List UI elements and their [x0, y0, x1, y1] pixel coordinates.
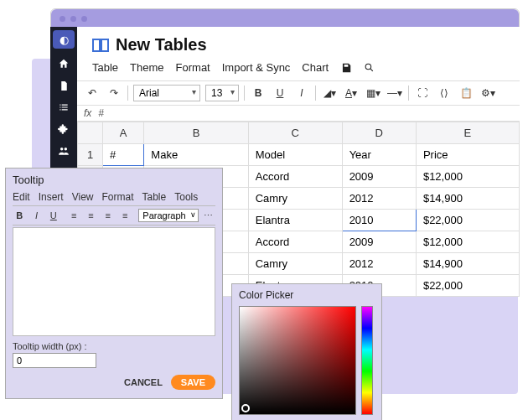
cell[interactable]: $12,000 [416, 231, 519, 253]
page-title: New Tables [116, 35, 207, 54]
tt-menu-table[interactable]: Table [142, 191, 167, 203]
tooltip-menubar: Edit Insert View Format Table Tools [13, 191, 215, 206]
cell[interactable]: $22,000 [416, 210, 519, 231]
tt-menu-view[interactable]: View [72, 191, 94, 203]
cell[interactable]: 2009 [342, 231, 416, 253]
fx-label: fx [84, 107, 91, 119]
tt-align-justify-icon[interactable]: ≡ [118, 209, 132, 222]
col-header[interactable]: A [103, 122, 144, 144]
clipboard-icon[interactable]: 📋 [458, 86, 474, 101]
table-icon [92, 39, 109, 52]
cell[interactable]: $14,900 [416, 188, 519, 210]
format-toolbar: ↶ ↷ Arial 13 B U I ◢▾ A▾ ▦▾ —▾ ⛶ ⟨⟩ 📋 ⚙▾ [77, 80, 520, 106]
tooltip-toolbar: B I U ≡ ≡ ≡ ≡ Paragraph ⋯ [13, 206, 215, 226]
cell[interactable]: Make [144, 144, 248, 166]
cell[interactable]: Accord [248, 231, 342, 253]
window-dot [70, 16, 76, 22]
window-dot [60, 16, 65, 22]
cell[interactable]: Price [416, 144, 519, 166]
cell[interactable]: Camry [248, 253, 342, 275]
cell[interactable]: Camry [248, 188, 342, 210]
color-saturation-field[interactable] [239, 306, 356, 415]
cell[interactable]: $12,000 [416, 166, 519, 188]
text-color-icon[interactable]: A▾ [343, 86, 360, 101]
tooltip-panel: Tooltip Edit Insert View Format Table To… [5, 168, 223, 399]
sidebar-item-list[interactable] [57, 101, 70, 114]
window-dot [81, 16, 87, 22]
fill-color-icon[interactable]: ◢▾ [321, 86, 338, 101]
tooltip-title: Tooltip [13, 174, 215, 186]
app-window [50, 8, 520, 29]
color-hue-slider[interactable] [361, 306, 373, 415]
tt-align-center-icon[interactable]: ≡ [84, 209, 97, 222]
border-icon[interactable]: ▦▾ [365, 86, 381, 101]
cell[interactable]: 2012 [342, 253, 416, 275]
col-header[interactable]: D [342, 122, 416, 144]
menu-import-sync[interactable]: Import & Sync [222, 61, 291, 74]
tooltip-width-label: Tooltip width (px) : [13, 341, 215, 351]
save-icon[interactable] [340, 62, 352, 74]
sidebar-item-home[interactable] [57, 57, 70, 70]
menu-format[interactable]: Format [176, 61, 210, 74]
save-button[interactable]: SAVE [171, 375, 215, 390]
cell[interactable]: Model [248, 144, 342, 166]
bold-icon[interactable]: B [250, 86, 267, 101]
cell[interactable]: Accord [248, 166, 342, 188]
tt-align-left-icon[interactable]: ≡ [67, 209, 80, 222]
expand-icon[interactable]: ⛶ [414, 86, 431, 101]
tt-paragraph-select[interactable]: Paragraph [138, 209, 198, 222]
menu-chart[interactable]: Chart [302, 61, 329, 74]
svg-point-0 [365, 64, 371, 70]
tt-menu-edit[interactable]: Edit [13, 191, 30, 203]
tt-bold-icon[interactable]: B [13, 209, 26, 222]
tt-italic-icon[interactable]: I [29, 209, 43, 222]
color-picker-panel: Color Picker [231, 283, 382, 420]
code-icon[interactable]: ⟨⟩ [436, 86, 453, 101]
cell[interactable]: $22,000 [416, 275, 519, 297]
tt-menu-insert[interactable]: Insert [39, 191, 64, 203]
col-header[interactable]: B [144, 122, 248, 144]
italic-icon[interactable]: I [293, 86, 310, 101]
underline-icon[interactable]: U [272, 86, 288, 101]
cell[interactable]: 2010 [342, 210, 416, 231]
sidebar: ◐ [50, 27, 77, 178]
corner-cell[interactable] [78, 122, 103, 144]
cell[interactable]: Elantra [248, 210, 342, 231]
cell[interactable]: 2012 [342, 188, 416, 210]
row-header[interactable]: 1 [78, 144, 103, 166]
svg-line-1 [370, 69, 373, 71]
sidebar-item-toggle[interactable]: ◐ [53, 30, 75, 49]
tooltip-width-input[interactable] [13, 353, 96, 368]
menu-table[interactable]: Table [92, 61, 118, 74]
cell[interactable]: 2009 [342, 166, 416, 188]
font-size-select[interactable]: 13 [205, 85, 239, 101]
cell[interactable]: Year [342, 144, 416, 166]
fx-value: # [98, 107, 104, 119]
titlebar [51, 9, 519, 28]
cell[interactable]: $14,900 [416, 253, 519, 275]
line-style-icon[interactable]: —▾ [386, 86, 403, 101]
sidebar-item-users[interactable] [57, 144, 70, 158]
tt-more-icon[interactable]: ⋯ [202, 209, 215, 222]
sidebar-item-puzzle[interactable] [57, 122, 70, 136]
search-icon[interactable] [364, 62, 375, 74]
cell[interactable]: # [103, 144, 144, 166]
cancel-button[interactable]: CANCEL [124, 377, 163, 387]
col-header[interactable]: C [248, 122, 342, 144]
col-header[interactable]: E [416, 122, 519, 144]
sidebar-item-file[interactable] [57, 79, 70, 92]
color-picker-title: Color Picker [239, 289, 375, 301]
menu-theme[interactable]: Theme [130, 61, 163, 74]
menubar: Table Theme Format Import & Sync Chart [77, 58, 520, 80]
tt-align-right-icon[interactable]: ≡ [101, 209, 115, 222]
tt-underline-icon[interactable]: U [47, 209, 60, 222]
formula-bar[interactable]: fx # [77, 106, 520, 122]
font-select[interactable]: Arial [133, 85, 200, 101]
options-icon[interactable]: ⚙▾ [479, 86, 496, 101]
undo-icon[interactable]: ↶ [84, 86, 101, 101]
color-indicator[interactable] [241, 404, 250, 412]
tt-menu-tools[interactable]: Tools [174, 191, 198, 203]
redo-icon[interactable]: ↷ [106, 86, 122, 101]
tt-menu-format[interactable]: Format [102, 191, 134, 203]
tooltip-editor[interactable] [13, 227, 215, 336]
